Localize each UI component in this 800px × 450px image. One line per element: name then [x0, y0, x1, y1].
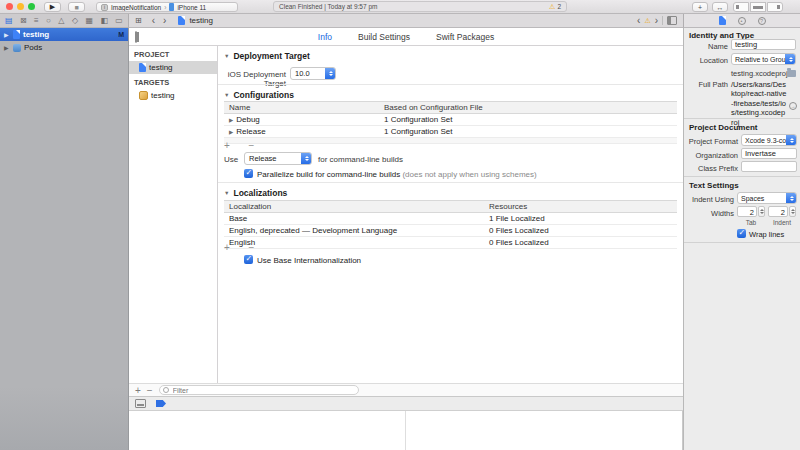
localization-resources: 1 File Localized: [484, 214, 677, 223]
table-row[interactable]: ▶Debug 1 Configuration Set: [224, 114, 677, 126]
main-toolbar: ▶ ■ i ImageNotification › iPhone 11 Clea…: [0, 0, 800, 14]
editor-layout-button[interactable]: ↔: [712, 2, 728, 12]
add-target-button[interactable]: +: [135, 385, 141, 396]
toggle-navigator-button[interactable]: [733, 2, 749, 12]
file-inspector-icon[interactable]: [719, 16, 726, 25]
filter-field[interactable]: [159, 385, 359, 395]
back-icon[interactable]: ‹: [152, 15, 155, 26]
toggle-debug-area-button[interactable]: [750, 2, 766, 12]
scheme-device-name[interactable]: iPhone 11: [177, 4, 206, 11]
disclosure-icon[interactable]: ▶: [229, 117, 233, 123]
report-navigator-icon[interactable]: ▭: [115, 16, 123, 25]
scheme-selector[interactable]: i ImageNotification › iPhone 11: [96, 2, 238, 12]
run-button[interactable]: ▶: [44, 2, 61, 12]
debug-navigator-icon[interactable]: ▦: [85, 16, 93, 25]
forward-icon[interactable]: ›: [163, 15, 166, 26]
parallelize-checkbox[interactable]: [244, 169, 253, 178]
organization-field[interactable]: [741, 148, 797, 159]
panel-toggle-group: [733, 2, 783, 12]
class-prefix-field[interactable]: [741, 161, 797, 172]
organization-input[interactable]: [742, 149, 796, 158]
project-navigator-icon[interactable]: ▤: [5, 16, 13, 25]
editor-options-icon[interactable]: [667, 16, 677, 25]
history-inspector-icon[interactable]: •: [738, 17, 746, 25]
source-control-navigator-icon[interactable]: ⊠: [20, 16, 27, 25]
section-configurations[interactable]: Configurations: [224, 90, 294, 100]
stepper-arrows-icon[interactable]: [789, 206, 796, 217]
close-window-button[interactable]: [6, 3, 13, 10]
console-divider: [405, 411, 406, 450]
name-field[interactable]: [731, 39, 796, 50]
navigator-panel-icon: [736, 5, 739, 9]
wrap-lines-checkbox[interactable]: [737, 229, 746, 238]
minimize-window-button[interactable]: [17, 3, 24, 10]
test-navigator-icon[interactable]: ◇: [72, 16, 78, 25]
ios-deployment-select[interactable]: 10.0: [290, 67, 336, 80]
stepper-arrows-icon[interactable]: [758, 206, 765, 217]
tab-caption: Tab: [737, 219, 765, 226]
tab-overview-icon[interactable]: ⊞: [135, 16, 142, 25]
debug-area-toggle-icon[interactable]: [135, 399, 146, 408]
project-icon: [13, 30, 20, 39]
open-path-arrow-icon[interactable]: →: [789, 102, 797, 110]
configurations-table: Name Based on Configuration File ▶Debug …: [224, 101, 677, 144]
table-filler-row: [224, 138, 677, 144]
table-row[interactable]: Base 1 File Localized: [224, 213, 677, 225]
target-item-testing[interactable]: testing: [129, 89, 217, 102]
warning-count[interactable]: 2: [557, 3, 561, 10]
scheme-app-name[interactable]: ImageNotification: [111, 4, 161, 11]
breakpoint-navigator-icon[interactable]: ◧: [100, 16, 108, 25]
indent-width-stepper[interactable]: 2: [768, 206, 796, 217]
toggle-inspector-button[interactable]: [767, 2, 783, 12]
full-path-value: /Users/kans/Desktop/react-native-firebas…: [731, 80, 787, 127]
tab-swift-packages[interactable]: Swift Packages: [436, 32, 494, 42]
table-row[interactable]: English, deprecated — Development Langua…: [224, 225, 677, 237]
indent-using-select[interactable]: Spaces: [737, 192, 797, 204]
project-format-select[interactable]: Xcode 9.3-compatible: [741, 134, 797, 146]
symbol-navigator-icon[interactable]: ≡: [34, 16, 39, 25]
next-issue-icon[interactable]: ›: [655, 15, 658, 26]
previous-issue-icon[interactable]: ‹: [637, 15, 640, 26]
filter-input[interactable]: [171, 386, 355, 395]
navigator-item-pods[interactable]: ▶ Pods: [0, 41, 128, 54]
tab-width-value[interactable]: 2: [737, 206, 757, 217]
stop-button[interactable]: ■: [68, 2, 85, 12]
table-row[interactable]: ▶Release 1 Configuration Set: [224, 126, 677, 138]
location-select[interactable]: Relative to Group: [731, 53, 796, 65]
command-line-config-select[interactable]: Release: [244, 152, 312, 165]
issue-navigator-icon[interactable]: △: [58, 16, 64, 25]
tab-info[interactable]: Info: [318, 32, 332, 42]
add-editor-button[interactable]: +: [692, 2, 708, 12]
widths-label: Widths: [684, 209, 734, 218]
indent-width-value[interactable]: 2: [768, 206, 788, 217]
tab-build-settings[interactable]: Build Settings: [358, 32, 410, 42]
wrap-lines-label: Wrap lines: [749, 230, 784, 239]
base-internationalization-checkbox[interactable]: [244, 255, 253, 264]
navigator-item-testing[interactable]: ▶ testing M: [0, 28, 128, 41]
remove-target-button[interactable]: −: [147, 385, 153, 396]
col-name: Name: [224, 103, 379, 112]
table-row[interactable]: English 0 Files Localized: [224, 237, 677, 249]
zoom-window-button[interactable]: [28, 3, 35, 10]
tab-width-stepper[interactable]: 2: [737, 206, 765, 217]
localization-resources: 0 Files Localized: [484, 226, 677, 235]
name-input[interactable]: [732, 40, 795, 49]
section-deployment-target[interactable]: Deployment Target: [224, 51, 310, 61]
breakpoints-toggle-icon[interactable]: [156, 400, 166, 407]
section-localizations[interactable]: Localizations: [224, 188, 287, 198]
configurations-add-remove-buttons[interactable]: + −: [224, 140, 262, 151]
find-navigator-icon[interactable]: ○: [46, 16, 51, 25]
folder-icon[interactable]: [787, 70, 796, 77]
tab-title[interactable]: testing: [189, 16, 213, 25]
disclosure-icon[interactable]: ▶: [4, 31, 10, 38]
class-prefix-input[interactable]: [742, 162, 796, 171]
quick-help-inspector-icon[interactable]: ?: [758, 17, 766, 25]
disclosure-icon[interactable]: ▶: [4, 44, 10, 51]
indent-caption: Indent: [768, 219, 796, 226]
localizations-add-remove-buttons[interactable]: + −: [224, 242, 262, 253]
target-item-label: testing: [151, 91, 175, 100]
localization-name: English, deprecated — Development Langua…: [224, 226, 484, 235]
disclosure-icon[interactable]: ▶: [229, 129, 233, 135]
localizations-table: Localization Resources Base 1 File Local…: [224, 200, 677, 249]
project-item-testing[interactable]: testing: [129, 61, 217, 74]
